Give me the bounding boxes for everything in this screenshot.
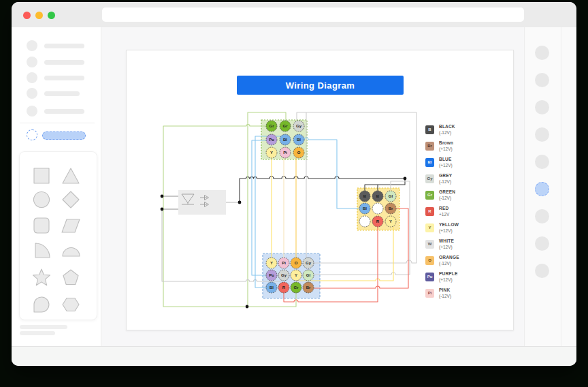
legend-name: GREEN xyxy=(439,189,455,195)
legend-item[interactable]: YYELLOW(+12V) xyxy=(425,219,459,236)
legend-swatch: Pi xyxy=(425,289,434,298)
legend-swatch: Gr xyxy=(425,191,434,200)
junction-dot xyxy=(161,195,164,198)
legend-voltage: (-12V) xyxy=(439,179,452,185)
pin-blank[interactable] xyxy=(372,203,383,214)
traffic-lights xyxy=(23,12,60,20)
pin-label: O xyxy=(295,261,298,265)
pin-label: Pu xyxy=(269,273,274,277)
legend-item[interactable]: GrGREEN(-12V) xyxy=(425,187,459,203)
legend-item[interactable]: GyGREY(-12V) xyxy=(425,170,459,187)
legend-name: GREY xyxy=(439,173,452,179)
pin-label: Y xyxy=(389,219,392,223)
opto-device-box[interactable] xyxy=(178,190,226,215)
pin-label: B xyxy=(376,194,380,198)
pin-blank[interactable] xyxy=(359,216,370,227)
legend-swatch: Bl xyxy=(425,158,434,167)
zoom-button[interactable] xyxy=(48,12,55,19)
legend-voltage: (+12V) xyxy=(439,163,453,168)
pin-label: Gy xyxy=(296,124,302,128)
selected-tool-ring[interactable] xyxy=(27,129,37,140)
legend-item[interactable]: BrBrown(+12V) xyxy=(425,138,459,154)
legend-name: PURPLE xyxy=(439,271,458,277)
junction-dot xyxy=(246,305,249,309)
pin-label: Bl xyxy=(270,285,274,290)
pin-label: Y xyxy=(270,261,273,265)
legend-item[interactable]: PiPINK(-12V) xyxy=(425,285,459,301)
legend-item[interactable]: BBLACK(-12V) xyxy=(425,121,459,138)
pin-label: O xyxy=(297,151,301,155)
pin-label: Br xyxy=(306,285,311,290)
legend-item[interactable]: BlBLUE(+12V) xyxy=(425,154,459,170)
pin-label: Y xyxy=(295,273,297,277)
wire-color-legend: BBLACK(-12V)BrBrown(+12V)BlBLUE(+12V)GyG… xyxy=(425,121,459,301)
diagram-title-banner[interactable]: Wiring Diagram xyxy=(237,76,404,95)
legend-voltage: +12V xyxy=(439,212,449,217)
legend-name: RED xyxy=(439,206,449,211)
legend-voltage: (+12V) xyxy=(439,228,459,234)
legend-name: ORANGE xyxy=(439,255,459,260)
legend-swatch: W xyxy=(425,240,434,249)
legend-item[interactable]: PuPURPLE(+12V) xyxy=(425,268,459,285)
legend-item[interactable]: OORANGE(-12V) xyxy=(425,252,459,268)
legend-voltage: (+12V) xyxy=(439,277,458,283)
selected-tool-pill[interactable] xyxy=(42,131,86,140)
legend-swatch: Pu xyxy=(425,273,434,281)
pin-label: Gl xyxy=(306,273,311,277)
junction-dot xyxy=(238,201,242,204)
wire[interactable] xyxy=(304,138,359,208)
close-button[interactable] xyxy=(23,12,31,19)
legend-name: YELLOW xyxy=(439,222,459,228)
pin-label: B xyxy=(363,194,367,198)
legend-voltage: (+12V) xyxy=(439,245,454,250)
legend-voltage: (-12V) xyxy=(439,130,455,136)
legend-swatch: Br xyxy=(425,142,434,151)
legend-swatch: Y xyxy=(425,223,434,232)
legend-swatch: O xyxy=(425,256,434,265)
pin-label: Bl xyxy=(363,206,367,211)
junction-dot xyxy=(404,177,407,181)
legend-name: BLUE xyxy=(439,157,453,162)
legend-name: PINK xyxy=(439,288,451,293)
wire[interactable] xyxy=(163,125,267,307)
pin-label: Bl xyxy=(283,138,287,142)
url-bar[interactable] xyxy=(102,7,524,22)
pin-label: Gl xyxy=(389,194,393,198)
pin-label: Br xyxy=(389,206,393,211)
legend-name: BLACK xyxy=(439,124,455,129)
pin-label: Pu xyxy=(269,138,274,142)
legend-voltage: (-12V) xyxy=(439,294,451,299)
legend-name: WHITE xyxy=(439,238,454,244)
pin-label: Gy xyxy=(281,273,287,277)
pin-label: Gr xyxy=(282,124,288,128)
pin-label: R xyxy=(282,285,286,290)
legend-voltage: (+12V) xyxy=(439,146,453,152)
legend-name: Brown xyxy=(439,140,453,146)
minimize-button[interactable] xyxy=(35,12,43,19)
pin-label: Y xyxy=(270,151,273,155)
legend-swatch: R xyxy=(425,207,434,216)
junction-dot xyxy=(161,208,164,211)
shape-palette-card xyxy=(19,151,97,320)
right-panel xyxy=(524,27,576,346)
pin-label: R xyxy=(376,219,380,223)
pin-label: Gr xyxy=(293,285,299,290)
pin-label: Gy xyxy=(306,261,312,265)
legend-item[interactable]: WWHITE(+12V) xyxy=(425,236,459,252)
app-window: GrGrGyPuBlBlYPiOBBGlBlBrRYYPiOGyPuGyYGlB… xyxy=(12,2,576,366)
legend-voltage: (-12V) xyxy=(439,261,459,266)
pin-label: Pi xyxy=(282,261,286,265)
legend-voltage: (-12V) xyxy=(439,196,455,201)
pin-label: Gr xyxy=(269,124,274,128)
sidebar-divider xyxy=(20,123,95,123)
window-titlebar xyxy=(12,2,576,28)
pin-label: Bl xyxy=(297,138,301,142)
pin-label: Pi xyxy=(283,151,287,155)
legend-item[interactable]: RRED+12V xyxy=(425,203,459,219)
legend-swatch: Gy xyxy=(425,174,434,183)
right-panel-divider xyxy=(561,27,561,346)
legend-swatch: B xyxy=(425,125,434,134)
status-bar xyxy=(12,346,576,366)
